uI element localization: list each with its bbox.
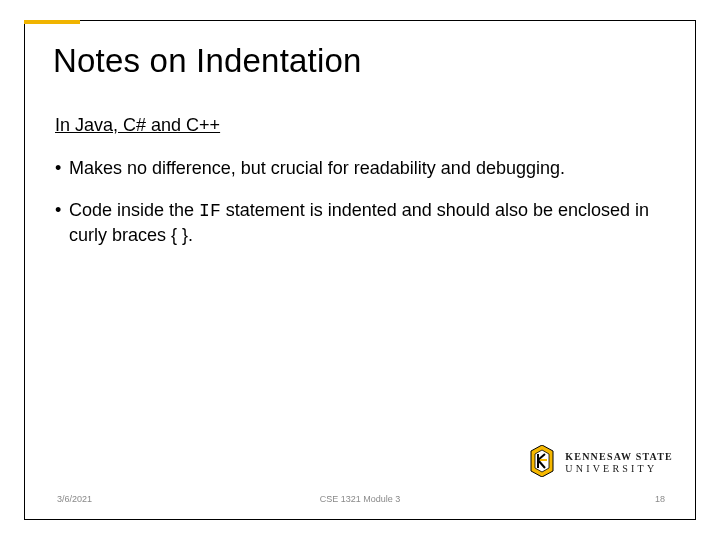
bullet-item: Makes no difference, but crucial for rea… — [55, 156, 665, 180]
logo-text: KENNESAW STATE UNIVERSITY — [565, 452, 673, 474]
slide-content: In Java, C# and C++ Makes no difference,… — [55, 113, 665, 247]
logo-line1: KENNESAW STATE — [565, 452, 673, 462]
bullet-item: Code inside the IF statement is indented… — [55, 198, 665, 248]
logo-line2: UNIVERSITY — [565, 464, 673, 474]
university-logo: KENNESAW STATE UNIVERSITY — [527, 445, 673, 481]
slide: Notes on Indentation In Java, C# and C++… — [0, 0, 720, 540]
slide-frame: Notes on Indentation In Java, C# and C++… — [24, 20, 696, 520]
ksu-seal-icon — [527, 445, 557, 481]
bullet-text-pre: Code inside the — [69, 200, 199, 220]
bullet-text: Makes no difference, but crucial for rea… — [69, 158, 565, 178]
footer-date: 3/6/2021 — [57, 494, 92, 504]
code-snippet: IF — [199, 201, 221, 221]
slide-title: Notes on Indentation — [53, 43, 695, 79]
footer: 3/6/2021 CSE 1321 Module 3 18 — [25, 494, 695, 510]
footer-page-number: 18 — [655, 494, 665, 504]
accent-bar — [24, 20, 80, 24]
footer-course: CSE 1321 Module 3 — [320, 494, 401, 504]
subheading: In Java, C# and C++ — [55, 113, 665, 137]
